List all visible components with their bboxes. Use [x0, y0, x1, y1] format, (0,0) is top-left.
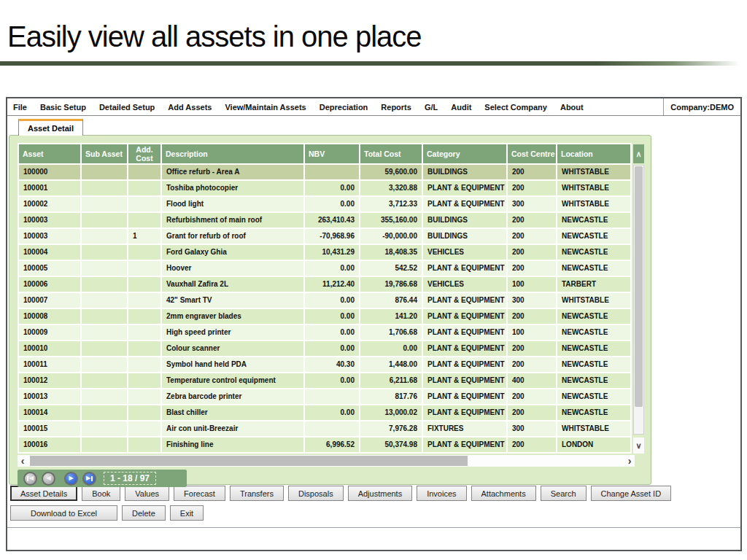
cell-location: NEWCASTLE — [557, 357, 630, 372]
cell-location: NEWCASTLE — [557, 261, 630, 276]
next-record-button[interactable]: ▶ — [64, 472, 78, 486]
previous-record-button[interactable]: ◀ — [42, 472, 55, 486]
cell-total-cost: 6,211.68 — [360, 373, 422, 388]
table-row[interactable]: 100013Zebra barcode printer817.76PLANT &… — [19, 389, 630, 404]
cell-nbv: 10,431.29 — [305, 245, 359, 260]
cell-location: NEWCASTLE — [557, 213, 630, 228]
cell-cost-centre: 300 — [508, 197, 556, 211]
table-row[interactable]: 100005Hoover0.00542.52PLANT & EQUIPMENT2… — [19, 261, 630, 276]
scroll-right-icon[interactable]: › — [624, 455, 635, 467]
menu-item-about[interactable]: About — [554, 98, 590, 115]
cell-sub-asset — [82, 325, 127, 340]
cell-nbv: 0.00 — [305, 261, 359, 276]
cell-cost-centre: 200 — [508, 357, 556, 372]
slide: Easily view all assets in one place File… — [0, 0, 747, 560]
forecast-button[interactable]: Forecast — [174, 486, 225, 501]
title-divider — [0, 61, 747, 66]
cell-sub-asset — [82, 309, 127, 324]
menu-item-detailed-setup[interactable]: Detailed Setup — [93, 98, 161, 115]
table-row[interactable]: 100004Ford Galaxy Ghia10,431.2918,408.35… — [19, 245, 630, 260]
horizontal-scrollbar[interactable]: ‹ › — [18, 455, 635, 467]
cell-cost-centre: 200 — [508, 405, 556, 420]
menu-item-select-company[interactable]: Select Company — [478, 98, 554, 115]
horizontal-scroll-thumb[interactable] — [30, 456, 468, 466]
column-header-nbv[interactable]: NBV — [305, 144, 359, 163]
cell-location: WHITSTABLE — [557, 197, 630, 211]
menu-item-basic-setup[interactable]: Basic Setup — [34, 98, 93, 115]
disposals-button[interactable]: Disposals — [288, 486, 344, 501]
cell-description: Finishing line — [162, 438, 303, 452]
table-row[interactable]: 1000082mm engraver blades0.00141.20PLANT… — [19, 309, 630, 324]
cell-total-cost: 1,448.00 — [360, 357, 422, 372]
menu-item-g-l[interactable]: G/L — [418, 98, 444, 115]
menu-item-reports[interactable]: Reports — [374, 98, 418, 115]
table-row[interactable]: 100014Blast chiller0.0013,000.02PLANT & … — [19, 405, 630, 420]
cell-asset: 100015 — [19, 421, 80, 436]
column-header-description[interactable]: Description — [162, 144, 303, 163]
cell-add-cost — [128, 405, 160, 420]
asset-details-button[interactable]: Asset Details — [10, 486, 77, 501]
table-row[interactable]: 100002Flood light0.003,712.33PLANT & EQU… — [19, 197, 630, 211]
table-row[interactable]: 100006Vauxhall Zafira 2L11,212.4019,786.… — [19, 277, 630, 292]
cell-location: NEWCASTLE — [557, 229, 630, 244]
menu-item-file[interactable]: File — [7, 98, 34, 115]
exit-button[interactable]: Exit — [170, 505, 204, 521]
column-header-cost-centre[interactable]: Cost Centre — [508, 144, 556, 163]
cell-add-cost — [128, 213, 160, 228]
cell-add-cost — [128, 197, 160, 211]
scroll-up-icon[interactable]: ∧ — [633, 144, 644, 163]
tab-asset-detail[interactable]: Asset Detail — [18, 119, 83, 136]
cell-total-cost: 355,160.00 — [360, 213, 422, 228]
adjustments-button[interactable]: Adjustments — [348, 486, 413, 501]
attachments-button[interactable]: Attachments — [471, 486, 536, 501]
cell-nbv — [305, 389, 359, 404]
table-row[interactable]: 100011Symbol hand held PDA40.301,448.00P… — [19, 357, 630, 372]
first-record-button[interactable]: ◀ — [23, 472, 37, 486]
cell-sub-asset — [82, 341, 127, 356]
invoices-button[interactable]: Invoices — [417, 486, 466, 501]
cell-description: Hoover — [162, 261, 303, 276]
column-header-category[interactable]: Category — [423, 144, 506, 163]
table-row[interactable]: 1000031Grant for refurb of roof-70,968.9… — [19, 229, 630, 244]
table-row[interactable]: 100000Office refurb - Area A59,600.00BUI… — [19, 165, 630, 179]
menu-item-view-maintain-assets[interactable]: View/Maintain Assets — [218, 98, 312, 115]
vertical-scroll-track[interactable] — [633, 165, 644, 435]
company-label: Company:DEMO — [663, 98, 740, 115]
table-row[interactable]: 100001Toshiba photocopier0.003,320.88PLA… — [19, 181, 630, 195]
transfers-button[interactable]: Transfers — [230, 486, 284, 501]
scroll-left-icon[interactable]: ‹ — [18, 455, 28, 467]
vertical-scrollbar[interactable]: ∧ ∨ — [633, 143, 644, 454]
cell-category: PLANT & EQUIPMENT — [423, 293, 506, 308]
search-button[interactable]: Search — [541, 486, 587, 501]
table-row[interactable]: 100015Air con unit-Breezair7,976.28FIXTU… — [19, 421, 630, 436]
table-row[interactable]: 100010Colour scanner0.000.00PLANT & EQUI… — [19, 341, 630, 356]
table-row[interactable]: 100009High speed printer0.001,706.68PLAN… — [19, 325, 630, 340]
download-to-excel-button[interactable]: Download to Excel — [10, 505, 117, 521]
table-row[interactable]: 100016Finishing line6,996.5250,374.98PLA… — [19, 438, 630, 452]
column-header-location[interactable]: Location — [557, 144, 630, 163]
table-row[interactable]: 100003Refurbishment of main roof263,410.… — [19, 213, 630, 228]
cell-add-cost — [128, 165, 160, 179]
cell-cost-centre: 200 — [508, 261, 556, 276]
table-row[interactable]: 10000742" Smart TV0.00876.44PLANT & EQUI… — [19, 293, 630, 308]
menu-item-add-assets[interactable]: Add Assets — [161, 98, 218, 115]
last-record-button[interactable]: ▶ — [82, 472, 96, 486]
cell-description: 2mm engraver blades — [162, 309, 303, 324]
cell-sub-asset — [82, 373, 127, 388]
vertical-scroll-thumb[interactable] — [635, 166, 643, 407]
delete-button[interactable]: Delete — [122, 505, 166, 521]
change-asset-id-button[interactable]: Change Asset ID — [591, 486, 672, 501]
column-header-asset[interactable]: Asset — [19, 144, 80, 163]
cell-category: PLANT & EQUIPMENT — [423, 373, 506, 388]
table-row[interactable]: 100012Temperature control equipment0.006… — [19, 373, 630, 388]
column-header-total-cost[interactable]: Total Cost — [360, 144, 422, 163]
cell-asset: 100013 — [19, 389, 80, 404]
book-button[interactable]: Book — [82, 486, 120, 501]
column-header-add-cost[interactable]: Add. Cost — [128, 144, 160, 163]
menu-item-depreciation[interactable]: Depreciation — [313, 98, 375, 115]
column-header-sub-asset[interactable]: Sub Asset — [82, 144, 127, 163]
menu-item-audit[interactable]: Audit — [444, 98, 478, 115]
values-button[interactable]: Values — [125, 486, 169, 501]
cell-location: NEWCASTLE — [557, 389, 630, 404]
scroll-down-icon[interactable]: ∨ — [633, 438, 644, 454]
